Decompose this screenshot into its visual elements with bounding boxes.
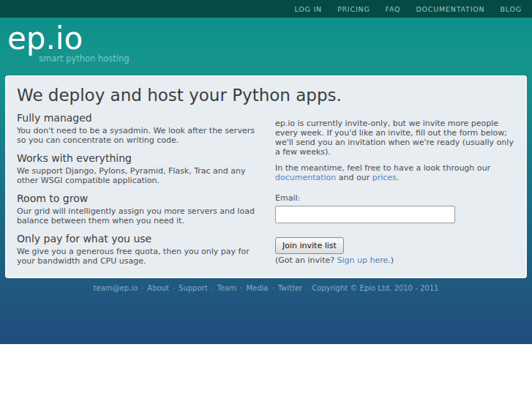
meantime-suffix: . [397, 173, 400, 182]
footer-separator: · [271, 284, 274, 292]
meantime-mid: and our [336, 173, 372, 182]
features-column: Fully managed You don't need to be a sys… [17, 105, 266, 273]
site-tagline: smart python hosting [39, 53, 532, 64]
site-logo[interactable]: ep.io [7, 22, 83, 56]
got-invite-text: (Got an invite? Sign up here.) [275, 256, 515, 265]
feature-text-works-with-everything: We support Django, Pylons, Pyramid, Flas… [17, 166, 266, 185]
feature-title-only-pay: Only pay for what you use [17, 233, 266, 245]
prices-link[interactable]: prices [372, 173, 397, 182]
footer-separator: · [141, 284, 143, 292]
site-header: ep.io smart python hosting [0, 18, 532, 64]
footer-separator: · [240, 284, 242, 292]
sign-up-here-link[interactable]: Sign up here [337, 256, 389, 265]
got-invite-suffix: .) [388, 256, 394, 265]
meantime-prefix: In the meantime, feel free to have a loo… [275, 163, 490, 173]
nav-link-pricing[interactable]: PRICING [337, 5, 370, 13]
footer-link-about[interactable]: About [147, 284, 169, 292]
footer-separator: · [211, 284, 214, 292]
invite-meantime-text: In the meantime, feel free to have a loo… [275, 163, 515, 182]
footer-link-email[interactable]: team@ep.io [94, 284, 138, 292]
nav-link-faq[interactable]: FAQ [386, 5, 401, 13]
main-content-card: We deploy and host your Python apps. Ful… [5, 75, 527, 278]
content-columns: Fully managed You don't need to be a sys… [17, 105, 515, 273]
invite-column: ep.io is currently invite-only, but we i… [275, 105, 515, 273]
nav-link-blog[interactable]: BLOG [500, 5, 522, 13]
documentation-link[interactable]: documentation [275, 173, 336, 182]
footer-link-team[interactable]: Team [217, 284, 236, 292]
feature-title-works-with-everything: Works with everything [17, 152, 266, 165]
footer-link-twitter[interactable]: Twitter [278, 284, 303, 292]
page-footer: team@ep.io·About·Support·Team·Media·Twit… [0, 284, 532, 292]
email-input[interactable] [275, 206, 455, 223]
page-gradient-background: LOG IN PRICING FAQ DOCUMENTATION BLOG ep… [0, 0, 532, 344]
nav-link-documentation[interactable]: DOCUMENTATION [416, 5, 484, 13]
nav-link-login[interactable]: LOG IN [294, 5, 322, 13]
footer-link-media[interactable]: Media [246, 284, 268, 292]
feature-text-room-to-grow: Our grid will intelligently assign you m… [17, 206, 266, 225]
footer-separator: · [306, 284, 308, 292]
feature-text-only-pay: We give you a generous free quota, then … [17, 247, 266, 266]
footer-link-support[interactable]: Support [179, 284, 208, 292]
feature-text-fully-managed: You don't need to be a sysadmin. We look… [17, 126, 266, 145]
got-invite-prefix: (Got an invite? [275, 256, 337, 265]
feature-title-room-to-grow: Room to grow [17, 193, 266, 205]
footer-copyright: Copyright © Epio Ltd. 2010 - 2011 [312, 284, 438, 292]
footer-separator: · [173, 284, 175, 292]
feature-title-fully-managed: Fully managed [17, 112, 266, 124]
email-label: Email: [275, 193, 515, 203]
top-navbar: LOG IN PRICING FAQ DOCUMENTATION BLOG [0, 0, 532, 18]
invite-intro-text: ep.io is currently invite-only, but we i… [275, 119, 515, 157]
page-title: We deploy and host your Python apps. [17, 86, 515, 105]
join-invite-list-button[interactable]: Join invite list [275, 237, 344, 254]
